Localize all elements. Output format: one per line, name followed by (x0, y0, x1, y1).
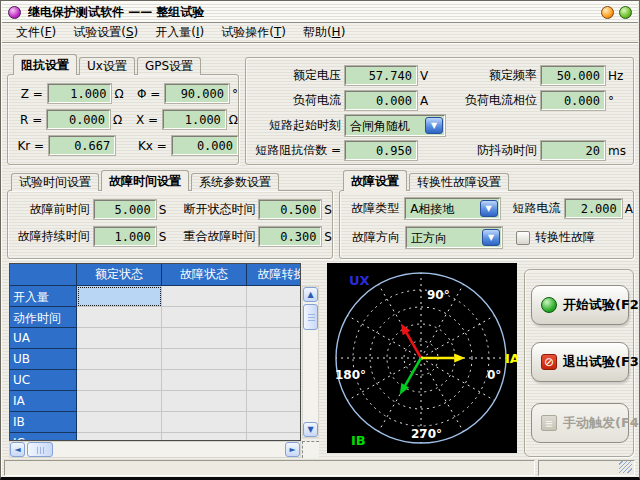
scroll-down-button[interactable]: ▼ (303, 422, 318, 437)
table-cell[interactable] (162, 307, 247, 328)
load-current-input[interactable]: 0.000 (345, 91, 417, 110)
vector-diagram: 90° 180° 0° 270° UX IA IB (327, 263, 517, 453)
table-cell[interactable] (247, 412, 301, 433)
table-cell[interactable] (77, 370, 162, 391)
menu-test-operation[interactable]: 试验操作(T) (213, 22, 295, 43)
table-cell[interactable] (77, 433, 162, 441)
kr-input[interactable]: 0.667 (49, 136, 115, 155)
table-cell[interactable] (162, 328, 247, 349)
short-start-dropdown[interactable]: 合闸角随机 ▼ (345, 115, 445, 136)
table-cell[interactable] (247, 286, 301, 307)
tab-impedance-settings[interactable]: 阻抗设置 (13, 54, 77, 75)
fault-type-dropdown[interactable]: A相接地 ▼ (405, 198, 499, 219)
impedance-ratio-label: 短路阻抗倍数 = (246, 142, 341, 159)
table-cell[interactable] (162, 433, 247, 441)
resize-grip[interactable] (619, 461, 632, 473)
r-unit: Ω (110, 113, 132, 127)
table-cell[interactable] (77, 391, 162, 412)
chevron-down-icon[interactable]: ▼ (480, 200, 498, 217)
fault-duration-unit: S (156, 230, 172, 244)
menu-binary-input[interactable]: 开入量(I) (147, 22, 213, 43)
table-row: UA (10, 328, 300, 349)
minimize-button[interactable] (601, 6, 614, 19)
r-label: R = (14, 113, 42, 127)
table-cell-selected[interactable] (77, 286, 162, 307)
z-input[interactable]: 1.000 (48, 84, 112, 103)
tab-fault-settings[interactable]: 故障设置 (343, 170, 407, 191)
table-cell[interactable] (77, 349, 162, 370)
vscroll-thumb[interactable] (303, 304, 318, 330)
fault-duration-input[interactable]: 1.000 (94, 227, 156, 246)
short-start-value: 合闸角随机 (346, 116, 424, 135)
load-current-label: 负荷电流 (246, 92, 341, 109)
scroll-left-button[interactable]: ◄ (10, 442, 25, 457)
load-phase-unit: ° (605, 94, 614, 108)
table-row: IB (10, 412, 300, 433)
phi-input[interactable]: 90.000 (165, 84, 229, 103)
debounce-input[interactable]: 20 (541, 141, 605, 160)
prefault-time-input[interactable]: 5.000 (94, 200, 156, 219)
manual-trigger-icon: ≡ (541, 415, 557, 431)
angle-label-90: 90° (427, 288, 450, 302)
r-input[interactable]: 0.000 (47, 110, 110, 129)
tab-test-time-settings[interactable]: 试验时间设置 (11, 173, 99, 191)
fault-duration-label: 故障持续时间 (12, 228, 90, 245)
rated-voltage-unit: V (417, 69, 437, 83)
start-test-button[interactable]: 开始试验(F2) (531, 285, 629, 325)
table-cell[interactable] (162, 349, 247, 370)
ux-vector (401, 323, 421, 358)
table-cell[interactable] (77, 328, 162, 349)
scroll-up-button[interactable]: ▲ (303, 287, 318, 302)
table-cell[interactable] (162, 391, 247, 412)
impedance-ratio-input[interactable]: 0.950 (345, 141, 417, 160)
close-button[interactable] (619, 6, 632, 19)
table-row: 动作时间 (10, 307, 300, 328)
tab-system-param-settings[interactable]: 系统参数设置 (191, 173, 279, 191)
kx-label: Kx = (138, 139, 167, 153)
reclose-fault-time-input[interactable]: 0.300 (259, 227, 321, 246)
prefault-time-label: 故障前时间 (12, 201, 90, 218)
chevron-down-icon[interactable]: ▼ (425, 117, 443, 134)
load-phase-input[interactable]: 0.000 (541, 91, 605, 110)
table-cell[interactable] (247, 307, 301, 328)
status-bar-right (538, 460, 635, 476)
fault-direction-dropdown[interactable]: 正方向 ▼ (406, 227, 502, 248)
open-state-time-input[interactable]: 0.500 (259, 200, 321, 219)
hscroll-thumb[interactable] (27, 442, 53, 457)
chevron-down-icon[interactable]: ▼ (482, 229, 500, 246)
table-cell[interactable] (247, 349, 301, 370)
col-header-rated-state: 额定状态 (77, 264, 162, 286)
debounce-label: 防抖动时间 (437, 142, 537, 159)
short-start-label: 短路起始时刻 (246, 117, 341, 134)
x-input[interactable]: 1.000 (163, 110, 226, 129)
open-state-time-unit: S (321, 203, 332, 217)
convert-fault-checkbox[interactable] (516, 231, 530, 245)
table-cell[interactable] (162, 370, 247, 391)
table-hscrollbar[interactable]: ◄ ► (9, 441, 301, 458)
table-cell[interactable] (247, 433, 301, 441)
menu-test-settings[interactable]: 试验设置(S) (65, 22, 147, 43)
rated-voltage-input[interactable]: 57.740 (345, 66, 417, 85)
tab-fault-time-settings[interactable]: 故障时间设置 (101, 170, 189, 191)
tab-ux-settings[interactable]: Ux设置 (79, 57, 135, 75)
tab-gps-settings[interactable]: GPS设置 (137, 57, 201, 75)
rated-freq-input[interactable]: 50.000 (541, 66, 605, 85)
kx-input[interactable]: 0.000 (172, 136, 238, 155)
short-current-input[interactable]: 2.000 (565, 199, 622, 218)
fault-panel: 故障类型 A相接地 ▼ 短路电流 2.000 A 故障方向 正方向 ▼ 转换性故… (339, 190, 634, 259)
row-label: 开入量 (10, 286, 77, 307)
col-header-fault-convert: 故障转换 (247, 264, 301, 286)
table-cell[interactable] (162, 286, 247, 307)
table-cell[interactable] (77, 412, 162, 433)
table-cell[interactable] (77, 307, 162, 328)
table-cell[interactable] (162, 412, 247, 433)
table-vscrollbar[interactable]: ▲ ▼ (302, 286, 319, 438)
tab-convert-fault-settings[interactable]: 转换性故障设置 (409, 173, 509, 191)
table-cell[interactable] (247, 370, 301, 391)
exit-test-button[interactable]: ⊘ 退出试验(F3) (531, 342, 629, 382)
table-cell[interactable] (247, 328, 301, 349)
menu-file[interactable]: 文件(F) (8, 22, 65, 43)
menu-help[interactable]: 帮助(H) (295, 22, 354, 43)
table-cell[interactable] (247, 391, 301, 412)
scroll-right-button[interactable]: ► (285, 442, 300, 457)
